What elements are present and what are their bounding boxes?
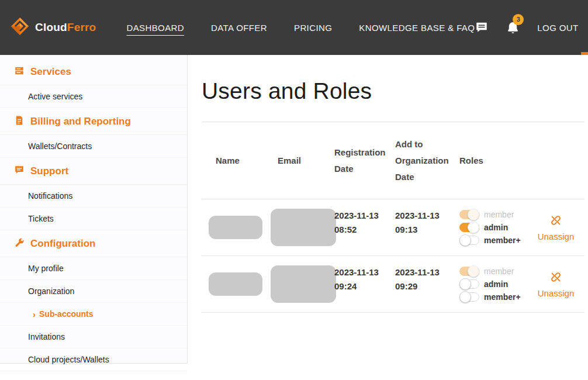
sidebar-section-title: Configuration <box>30 238 95 250</box>
col-header-registration-date: Registration Date <box>334 144 395 177</box>
sidebar: Services Active services Billing and Rep… <box>0 55 188 364</box>
unlink-icon <box>549 214 562 229</box>
sidebar-item-active-services[interactable]: Active services <box>0 85 187 108</box>
redacted-name <box>209 216 262 239</box>
sidebar-section-configuration[interactable]: Configuration <box>0 230 187 257</box>
admin-toggle[interactable] <box>459 223 479 232</box>
nav-dashboard[interactable]: DASHBOARD <box>126 23 184 33</box>
billing-icon <box>14 115 25 128</box>
org-date-cell: 2023-11-13 09:13 <box>395 206 459 236</box>
sidebar-item-organization[interactable]: Organization <box>0 280 187 303</box>
member-plus-toggle[interactable] <box>459 236 479 245</box>
col-header-email: Email <box>264 153 334 169</box>
unassign-button[interactable]: Unassign <box>527 271 584 298</box>
users-roles-table: Name Email Registration Date Add to Orga… <box>202 122 584 313</box>
sidebar-section-support[interactable]: Support <box>0 158 187 185</box>
nav-knowledge-base[interactable]: KNOWLEDGE BASE & FAQ <box>359 23 475 33</box>
member-toggle[interactable] <box>459 267 479 276</box>
sidebar-item-notifications[interactable]: Notifications <box>0 185 187 208</box>
main-content: Users and Roles Name Email Registration … <box>188 55 588 380</box>
top-nav: CloudFerro DASHBOARD DATA OFFER PRICING … <box>0 0 588 55</box>
role-admin: admin <box>459 279 527 289</box>
table-row: 2023-11-13 09:24 2023-11-13 09:29 member… <box>202 256 584 313</box>
sidebar-item-invitations[interactable]: Invitations <box>0 326 187 348</box>
sidebar-section-title: Support <box>30 165 68 177</box>
role-admin: admin <box>459 223 527 232</box>
header-actions: 3 LOG OUT EN <box>475 20 588 35</box>
page-title: Users and Roles <box>202 78 584 104</box>
roles-cell: member admin member+ <box>459 267 527 302</box>
main-nav: DASHBOARD DATA OFFER PRICING KNOWLEDGE B… <box>126 23 475 33</box>
col-header-name: Name <box>202 153 264 169</box>
notification-badge: 3 <box>513 14 524 25</box>
email-cell <box>264 209 334 246</box>
sidebar-section-billing[interactable]: Billing and Reporting <box>0 108 187 135</box>
redacted-name <box>209 272 262 296</box>
registration-date-cell: 2023-11-13 09:24 <box>334 263 395 293</box>
unassign-label: Unassign <box>538 232 575 241</box>
support-icon <box>14 165 25 178</box>
sidebar-item-wallets-contracts[interactable]: Wallets/Contracts <box>0 135 187 158</box>
redacted-email <box>271 209 336 246</box>
sidebar-item-cloud-projects-wallets[interactable]: Cloud projects/Wallets <box>0 348 187 371</box>
org-date-cell: 2023-11-13 09:29 <box>395 263 459 293</box>
unassign-button[interactable]: Unassign <box>527 214 584 241</box>
role-member-plus: member+ <box>459 292 527 302</box>
sidebar-item-label: Sub-accounts <box>39 309 94 319</box>
configuration-icon <box>14 237 25 250</box>
col-header-add-to-organization-date: Add to Organization Date <box>395 136 459 185</box>
nav-pricing[interactable]: PRICING <box>294 23 332 33</box>
brand-name: CloudFerro <box>35 21 96 34</box>
sidebar-item-my-profile[interactable]: My profile <box>0 257 187 280</box>
name-cell <box>202 216 264 239</box>
email-cell <box>264 265 334 303</box>
chevron-right-icon: › <box>33 310 36 319</box>
header-accent <box>581 52 588 55</box>
sidebar-item-tickets[interactable]: Tickets <box>0 208 187 230</box>
unassign-label: Unassign <box>538 288 575 298</box>
table-row: 2023-11-13 08:52 2023-11-13 09:13 member… <box>202 199 584 256</box>
sidebar-item-sub-accounts[interactable]: › Sub-accounts <box>0 303 187 326</box>
member-plus-toggle[interactable] <box>459 292 479 302</box>
services-icon <box>14 65 25 78</box>
sidebar-section-title: Services <box>30 66 71 78</box>
registration-date-cell: 2023-11-13 08:52 <box>334 206 395 236</box>
admin-toggle[interactable] <box>459 279 479 289</box>
nav-data-offer[interactable]: DATA OFFER <box>211 23 267 33</box>
sidebar-section-title: Billing and Reporting <box>30 116 131 127</box>
unlink-icon <box>549 271 562 286</box>
cloudferro-logo-icon <box>9 16 30 39</box>
role-member: member <box>459 267 527 276</box>
name-cell <box>202 272 264 296</box>
notifications-bell-icon[interactable]: 3 <box>506 20 520 35</box>
roles-cell: member admin member+ <box>459 210 527 245</box>
redacted-email <box>271 265 336 303</box>
sidebar-section-services[interactable]: Services <box>0 58 187 85</box>
messages-icon[interactable] <box>475 21 489 34</box>
cloudferro-logo[interactable]: CloudFerro <box>9 16 96 39</box>
table-header-row: Name Email Registration Date Add to Orga… <box>202 122 584 199</box>
role-member-plus: member+ <box>459 236 527 245</box>
member-toggle[interactable] <box>459 210 479 219</box>
col-header-roles: Roles <box>459 153 527 169</box>
logout-button[interactable]: LOG OUT <box>537 23 578 33</box>
role-member: member <box>459 210 527 219</box>
